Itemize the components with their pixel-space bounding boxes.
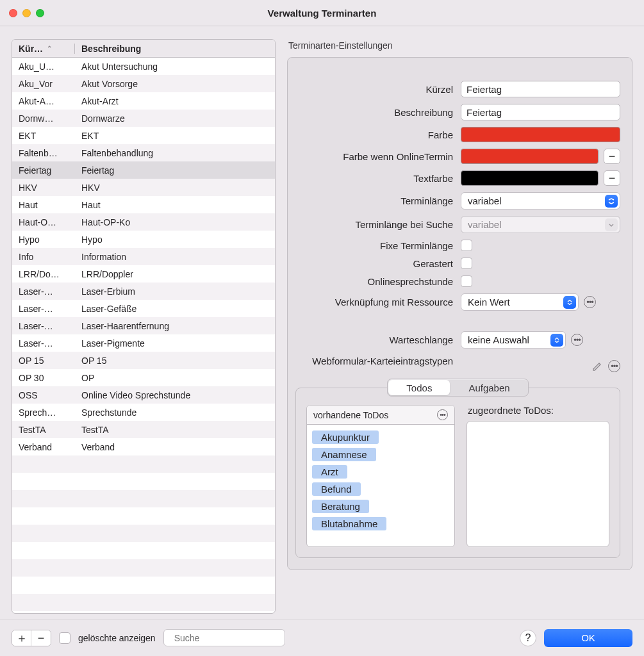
- table-body[interactable]: Aku_U…Akut UntersuchungAku_VorAkut Vorso…: [12, 58, 275, 613]
- help-button[interactable]: ?: [520, 630, 536, 646]
- titlebar: Verwaltung Terminarten: [0, 0, 644, 26]
- label-show-deleted: gelöschte anzeigen: [78, 633, 156, 643]
- clear-farbe-online-button[interactable]: −: [604, 149, 620, 164]
- chevron-updown-icon: [563, 296, 576, 309]
- input-beschreibung[interactable]: [461, 104, 620, 120]
- input-kuerzel[interactable]: [461, 81, 620, 97]
- cell-kuerzel: Feiertag: [12, 165, 75, 176]
- tab-panel-todos: vorhandene ToDos ••• AkupunkturAnamneseA…: [295, 388, 620, 558]
- tab-aufgaben[interactable]: Aufgaben: [450, 379, 527, 396]
- clear-textfarbe-button[interactable]: −: [604, 170, 620, 186]
- table-row[interactable]: Laser-…Laser-Gefäße: [12, 300, 275, 317]
- cell-kuerzel: OP 30: [12, 373, 75, 383]
- cell-kuerzel: Info: [12, 252, 75, 262]
- cell-beschreibung: Haut: [75, 200, 275, 210]
- col-kuerzel[interactable]: Kür… ⌃: [12, 44, 75, 54]
- label-fixe-terminlaenge: Fixe Terminlänge: [295, 240, 453, 251]
- label-webformular: Webformular-Karteieintragstypen: [295, 355, 453, 368]
- table-row[interactable]: OP 15OP 15: [12, 352, 275, 369]
- table-row[interactable]: Akut-A…Akut-Arzt: [12, 92, 275, 110]
- table-row[interactable]: LRR/Do…LRR/Doppler: [12, 265, 275, 283]
- col-kuerzel-label: Kür…: [19, 44, 43, 54]
- cell-beschreibung: Hypo: [75, 234, 275, 245]
- table-row[interactable]: Laser-…Laser-Erbium: [12, 283, 275, 300]
- table-row-empty: [12, 490, 275, 507]
- table-row[interactable]: InfoInformation: [12, 248, 275, 265]
- settings-title: Terminarten-Einstellungen: [287, 39, 632, 57]
- tab-todos[interactable]: Todos: [388, 380, 450, 395]
- table-row[interactable]: TestTATestTA: [12, 421, 275, 438]
- table-row[interactable]: Laser-…Laser-Haarentfernung: [12, 317, 275, 334]
- todo-tag[interactable]: Beratung: [312, 500, 369, 513]
- select-terminlaenge[interactable]: variabel: [461, 192, 620, 209]
- table-row[interactable]: Aku_U…Akut Untersuchung: [12, 58, 275, 75]
- checkbox-onlinesprechstunde[interactable]: [461, 275, 472, 287]
- table-header: Kür… ⌃ Beschreibung: [12, 40, 275, 58]
- table-row-empty: [12, 525, 275, 542]
- table-row[interactable]: VerbandVerband: [12, 438, 275, 455]
- table-row[interactable]: EKTEKT: [12, 127, 275, 144]
- cell-kuerzel: Haut: [12, 200, 75, 210]
- label-farbe: Farbe: [295, 129, 453, 140]
- footer: ＋ − gelöschte anzeigen ? OK: [0, 619, 644, 656]
- cell-kuerzel: Aku_Vor: [12, 79, 75, 89]
- add-button[interactable]: ＋: [12, 630, 31, 646]
- webformular-more-button[interactable]: •••: [608, 360, 620, 372]
- cell-beschreibung: Laser-Haarentfernung: [75, 321, 275, 331]
- table-row[interactable]: Dornw…Dornwarze: [12, 110, 275, 127]
- todo-tag[interactable]: Befund: [312, 482, 361, 496]
- swatch-textfarbe[interactable]: [461, 170, 599, 186]
- cell-kuerzel: Laser-…: [12, 304, 75, 314]
- table-row[interactable]: Sprech…Sprechstunde: [12, 404, 275, 421]
- col-beschreibung[interactable]: Beschreibung: [75, 44, 275, 54]
- todo-tag[interactable]: Akupunktur: [312, 430, 379, 444]
- checkbox-show-deleted[interactable]: [59, 632, 70, 644]
- window-title: Verwaltung Terminarten: [0, 8, 644, 19]
- chevron-updown-icon: [550, 334, 563, 347]
- select-terminlaenge-suche-value: variabel: [468, 219, 502, 230]
- checkbox-fixe-terminlaenge[interactable]: [461, 240, 472, 251]
- cell-kuerzel: Faltenb…: [12, 148, 75, 158]
- warteschlange-more-button[interactable]: •••: [571, 334, 583, 346]
- table-row-empty: [12, 455, 275, 473]
- table-row[interactable]: Aku_VorAkut Vorsorge: [12, 75, 275, 92]
- todo-tag[interactable]: Blutabnahme: [312, 517, 386, 530]
- search-field[interactable]: [163, 629, 285, 646]
- table-row[interactable]: OP 30OP: [12, 369, 275, 386]
- label-terminlaenge-suche: Terminlänge bei Suche: [295, 219, 453, 230]
- select-ressource-value: Kein Wert: [468, 297, 510, 308]
- swatch-farbe[interactable]: [461, 127, 620, 142]
- available-todos-header: vorhandene ToDos: [313, 410, 388, 420]
- select-ressource[interactable]: Kein Wert: [461, 293, 579, 311]
- cell-kuerzel: Akut-A…: [12, 96, 75, 106]
- table-row[interactable]: FeiertagFeiertag: [12, 161, 275, 179]
- table-row[interactable]: Haut-O…Haut-OP-Ko: [12, 213, 275, 231]
- cell-beschreibung: Laser-Gefäße: [75, 304, 275, 314]
- ok-button[interactable]: OK: [544, 629, 632, 647]
- swatch-farbe-online[interactable]: [461, 149, 599, 164]
- ressource-more-button[interactable]: •••: [584, 296, 596, 308]
- table-row[interactable]: HautHaut: [12, 196, 275, 213]
- todo-tag[interactable]: Arzt: [312, 465, 347, 479]
- table-row[interactable]: Laser-…Laser-Pigmente: [12, 334, 275, 352]
- search-input[interactable]: [173, 632, 288, 644]
- checkbox-gerastert[interactable]: [461, 258, 472, 269]
- remove-button[interactable]: −: [31, 630, 51, 646]
- cell-beschreibung: EKT: [75, 131, 275, 141]
- label-farbe-online: Farbe wenn OnlineTermin: [295, 151, 453, 162]
- cell-beschreibung: OP 15: [75, 356, 275, 366]
- available-todos-body[interactable]: AkupunkturAnamneseArztBefundBeratungBlut…: [307, 425, 454, 546]
- edit-icon[interactable]: [591, 361, 603, 372]
- table-row[interactable]: OSSOnline Video Sprechstunde: [12, 386, 275, 404]
- settings-panel: Kürzel Beschreibung Farbe Farbe wenn Onl…: [287, 57, 632, 570]
- todo-tag[interactable]: Anamnese: [312, 448, 376, 461]
- select-warteschlange[interactable]: keine Auswahl: [461, 331, 566, 348]
- table-row[interactable]: HypoHypo: [12, 231, 275, 248]
- cell-kuerzel: EKT: [12, 131, 75, 141]
- available-todos-more-button[interactable]: •••: [437, 409, 448, 420]
- table-row[interactable]: HKVHKV: [12, 179, 275, 196]
- assigned-todos-list[interactable]: [466, 421, 609, 547]
- cell-beschreibung: Feiertag: [75, 165, 275, 176]
- table-row[interactable]: Faltenb…Faltenbehandlung: [12, 144, 275, 161]
- cell-beschreibung: Akut Untersuchung: [75, 62, 275, 72]
